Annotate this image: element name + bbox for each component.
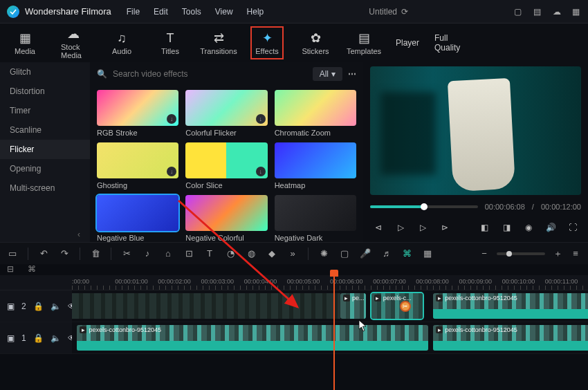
delete-icon[interactable]: 🗑 [90, 248, 101, 259]
magnet-icon[interactable]: ⌘ [401, 248, 412, 259]
sidebar-item-multiscreen[interactable]: Multi-screen [0, 178, 90, 198]
effect-thumb[interactable]: ↓ [185, 90, 267, 126]
sidebar-item-timer[interactable]: Timer [0, 101, 90, 120]
download-icon[interactable]: ↓ [256, 114, 266, 124]
camera-icon[interactable]: ◉ [523, 222, 534, 233]
link-icon[interactable]: ⌘ [28, 264, 39, 275]
playback-scrubber[interactable] [370, 205, 478, 208]
effect-card[interactable]: Negative Colorful [185, 195, 267, 242]
quality-dropdown[interactable]: Full Quality [434, 33, 462, 53]
save-icon[interactable]: ▤ [533, 7, 542, 17]
text-icon[interactable]: T [204, 248, 215, 259]
menu-view[interactable]: View [215, 7, 233, 17]
clip-main[interactable]: ▸pexels-cottonbro-9512045 [77, 325, 428, 351]
mute-icon[interactable]: 🔈 [50, 333, 61, 343]
mixer-icon[interactable]: ♬ [380, 248, 392, 259]
download-icon[interactable]: ↓ [167, 114, 176, 124]
speed-icon[interactable]: ◔ [225, 248, 236, 259]
cloud-icon[interactable]: ☁ [552, 7, 562, 17]
sidebar-item-distortion[interactable]: Distortion [0, 82, 90, 101]
crop-icon[interactable]: ⊡ [183, 248, 194, 259]
zoom-slider[interactable] [497, 252, 545, 255]
module-templates[interactable]: ▤Templates [347, 28, 380, 58]
search-input[interactable] [113, 69, 307, 79]
effect-card[interactable]: ↓Colorful Flicker [185, 90, 267, 137]
mark-out-icon[interactable]: ◨ [501, 222, 512, 233]
volume-icon[interactable]: 🔊 [545, 222, 556, 233]
lock-icon[interactable]: 🔒 [33, 301, 44, 311]
grid-icon[interactable]: ▦ [571, 7, 581, 17]
zoom-out-icon[interactable]: − [479, 248, 490, 259]
effect-card[interactable]: Chromatic Zoom [275, 90, 356, 137]
music-icon[interactable]: ♪ [142, 248, 153, 259]
effect-overlay-clip[interactable] [72, 293, 340, 319]
effect-thumb[interactable] [275, 90, 356, 126]
next-frame-icon[interactable]: ⊳ [439, 222, 450, 233]
playhead[interactable] [333, 275, 335, 390]
effect-thumb[interactable] [97, 195, 178, 231]
undo-icon[interactable]: ↶ [38, 248, 49, 259]
clip-tail[interactable]: ▸pexels-cottonbro-9512045 [433, 293, 588, 319]
menu-edit[interactable]: Edit [154, 7, 168, 17]
sidebar-item-scanline[interactable]: Scanline [0, 120, 90, 140]
redo-icon[interactable]: ↷ [59, 248, 70, 259]
clip-selected[interactable]: ▸pexels-c... [371, 293, 423, 319]
layout-icon[interactable]: ▢ [513, 7, 523, 17]
effect-thumb[interactable] [275, 195, 356, 231]
module-stickers[interactable]: ✿Stickers [299, 28, 332, 58]
effect-card[interactable]: ↓RGB Stroke [97, 90, 178, 137]
timeline-settings-icon[interactable]: ≡ [570, 248, 581, 259]
effect-thumb[interactable]: ↓ [97, 90, 178, 126]
effect-card[interactable]: ↓Color Slice [185, 142, 267, 189]
split-marker[interactable]: ✂ [400, 301, 411, 312]
player-tab[interactable]: Player [396, 38, 419, 48]
effect-card[interactable]: Heatmap [275, 142, 356, 189]
menu-help[interactable]: Help [247, 7, 264, 17]
effect-thumb[interactable]: ↓ [97, 142, 178, 178]
fit-icon[interactable]: ▭ [7, 248, 18, 259]
clip-pre-split[interactable]: ▸pe... [340, 293, 366, 319]
sidebar-item-flicker[interactable]: Flicker [0, 140, 90, 159]
sidebar-item-opening[interactable]: Opening [0, 159, 90, 178]
keyframe-icon[interactable]: ◆ [266, 248, 277, 259]
enhance-icon[interactable]: ✺ [318, 248, 329, 259]
effect-thumb[interactable] [275, 142, 356, 178]
effect-card[interactable]: Negative Blue [97, 195, 178, 242]
effect-card[interactable]: ↓Ghosting [97, 142, 178, 189]
mute-icon[interactable]: 🔈 [50, 301, 61, 311]
more-button[interactable]: ⋯ [348, 69, 356, 79]
module-titles[interactable]: TTitles [154, 28, 187, 58]
module-transitions[interactable]: ⇄Transitions [202, 28, 235, 58]
prev-frame-icon[interactable]: ⊲ [373, 222, 384, 233]
marker-icon[interactable]: ▦ [422, 248, 433, 259]
menu-file[interactable]: File [127, 7, 140, 17]
sidebar-item-glitch[interactable]: Glitch [0, 62, 90, 82]
lock-icon[interactable]: 🔒 [33, 333, 44, 343]
effect-card[interactable]: Negative Dark [275, 195, 356, 242]
fullscreen-icon[interactable]: ⛶ [567, 222, 578, 233]
module-media[interactable]: ▦Media [8, 28, 42, 58]
module-effects[interactable]: ✦Effects [250, 26, 284, 59]
filter-dropdown[interactable]: All▾ [313, 67, 342, 81]
play-back-icon[interactable]: ▷ [395, 222, 406, 233]
timeline-ruler[interactable]: :00:0000:00:01:0000:00:02:0000:00:03:000… [0, 275, 588, 290]
sidebar-scroll-left-icon[interactable]: ‹ [77, 230, 80, 239]
voiceover-icon[interactable]: ▢ [339, 248, 350, 259]
effect-thumb[interactable]: ↓ [185, 142, 267, 178]
tag-icon[interactable]: ⌂ [163, 248, 174, 259]
preview-video[interactable] [370, 66, 581, 195]
download-icon[interactable]: ↓ [167, 167, 176, 176]
play-icon[interactable]: ▷ [417, 222, 428, 233]
split-icon[interactable]: ✂ [121, 248, 132, 259]
download-icon[interactable]: ↓ [256, 167, 266, 176]
effect-thumb[interactable] [185, 195, 267, 231]
zoom-in-icon[interactable]: ＋ [552, 248, 563, 259]
module-audio[interactable]: ♫Audio [105, 28, 138, 58]
mic-icon[interactable]: 🎤 [360, 248, 371, 259]
menu-tools[interactable]: Tools [182, 7, 201, 17]
collapse-icon[interactable]: ⊟ [7, 264, 18, 275]
clip-main-2[interactable]: ▸pexels-cottonbro-9512045 [433, 325, 588, 351]
more-icon[interactable]: » [287, 248, 298, 259]
module-stock[interactable]: ☁Stock Media [57, 24, 90, 62]
mark-in-icon[interactable]: ◧ [479, 222, 490, 233]
